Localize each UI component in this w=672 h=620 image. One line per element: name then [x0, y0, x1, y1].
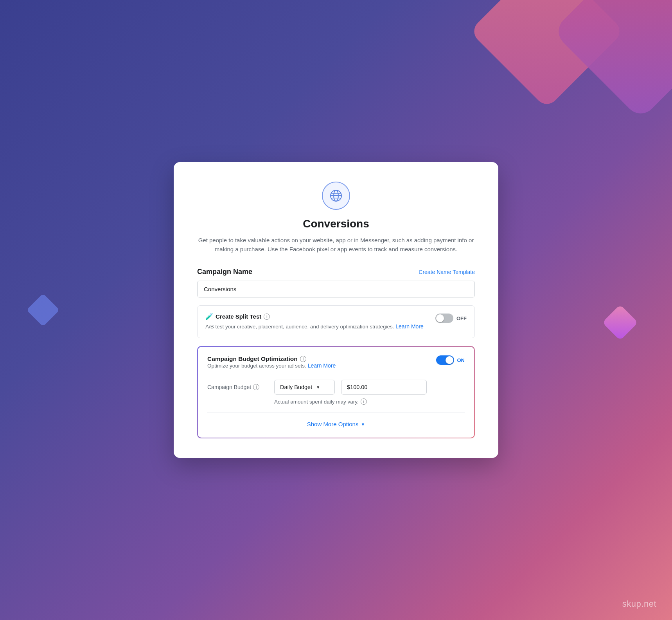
budget-type-dropdown[interactable]: Daily Budget ▼: [274, 380, 335, 395]
budget-opt-toggle-right: ON: [436, 355, 465, 365]
split-test-title-row: 🧪 Create Split Test i: [205, 313, 428, 320]
page-title: Conversions: [197, 218, 475, 230]
budget-opt-title-row: Campaign Budget Optimization i: [207, 355, 336, 362]
globe-icon: [329, 188, 343, 203]
budget-note-info-icon[interactable]: i: [361, 398, 367, 405]
split-test-right: OFF: [435, 313, 467, 323]
split-test-info-icon[interactable]: i: [264, 314, 270, 320]
bg-gem-right: [602, 305, 638, 341]
budget-opt-learn-more-link[interactable]: Learn More: [308, 362, 336, 369]
create-name-template-link[interactable]: Create Name Template: [419, 269, 475, 275]
budget-opt-info-icon[interactable]: i: [300, 356, 306, 362]
budget-opt-header-left: Campaign Budget Optimization i Optimize …: [207, 355, 336, 378]
campaign-name-section-header: Campaign Name Create Name Template: [197, 268, 475, 276]
page-description: Get people to take valuable actions on y…: [197, 236, 475, 254]
split-test-toggle[interactable]: [435, 314, 453, 323]
budget-opt-wrapper: Campaign Budget Optimization i Optimize …: [197, 346, 475, 438]
budget-opt-title-text: Campaign Budget Optimization: [207, 355, 298, 362]
split-test-title-text: Create Split Test: [216, 313, 261, 320]
split-test-learn-more-link[interactable]: Learn More: [395, 323, 424, 330]
budget-divider: [207, 413, 465, 413]
split-test-toggle-label: OFF: [456, 315, 467, 321]
watermark: skup.net: [622, 599, 656, 609]
main-card: Conversions Get people to take valuable …: [174, 162, 498, 458]
dropdown-arrow-icon: ▼: [316, 385, 320, 389]
budget-opt-toggle[interactable]: [436, 355, 454, 365]
budget-opt-box: Campaign Budget Optimization i Optimize …: [198, 347, 474, 438]
budget-row: Campaign Budget i Daily Budget ▼: [207, 380, 465, 395]
split-test-description: A/B test your creative, placement, audie…: [205, 323, 428, 331]
budget-opt-header: Campaign Budget Optimization i Optimize …: [207, 355, 465, 378]
flask-icon: 🧪: [205, 313, 213, 320]
budget-opt-desc: Optimize your budget across your ad sets…: [207, 362, 336, 369]
show-more-options-label: Show More Options: [307, 421, 359, 427]
budget-opt-desc-text: Optimize your budget across your ad sets…: [207, 363, 306, 369]
split-test-box: 🧪 Create Split Test i A/B test your crea…: [197, 305, 475, 338]
show-more-arrow-icon: ▼: [361, 422, 365, 427]
campaign-name-input[interactable]: [197, 281, 475, 297]
split-test-left: 🧪 Create Split Test i A/B test your crea…: [205, 313, 428, 331]
split-test-desc-text: A/B test your creative, placement, audie…: [205, 324, 394, 330]
budget-opt-toggle-label: ON: [457, 357, 465, 363]
campaign-budget-info-icon[interactable]: i: [253, 384, 259, 390]
campaign-budget-label-wrapper: Campaign Budget i: [207, 384, 268, 390]
campaign-name-label: Campaign Name: [197, 268, 252, 276]
budget-note-text: Actual amount spent daily may vary.: [274, 399, 359, 405]
campaign-budget-label-text: Campaign Budget: [207, 384, 251, 390]
budget-note: Actual amount spent daily may vary. i: [274, 398, 465, 405]
budget-amount-input[interactable]: [341, 380, 427, 395]
globe-icon-circle: [322, 182, 350, 210]
show-more-options-button[interactable]: Show More Options ▼: [207, 419, 465, 429]
bg-diamond-left: [27, 294, 60, 327]
globe-icon-wrapper: [197, 182, 475, 210]
budget-type-selected-text: Daily Budget: [280, 384, 312, 390]
